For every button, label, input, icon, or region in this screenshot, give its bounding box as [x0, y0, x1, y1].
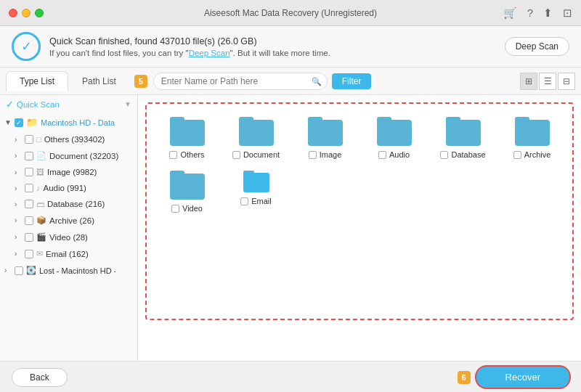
image-checkbox[interactable] [25, 168, 33, 176]
quick-scan-label: Quick Scan [17, 100, 60, 109]
lost-arrow-icon: › [4, 266, 12, 274]
others-label: Others (393402) [44, 135, 105, 144]
document-label: Document (32203) [49, 152, 118, 160]
sidebar-item-database[interactable]: › 🗃 Database (216) [0, 196, 137, 212]
main-content: ✓ Quick Scan ▼ ▼ ✓ 📁 Macintosh HD - Data… [0, 95, 581, 361]
sidebar-item-email[interactable]: › ✉ Email (162) [0, 245, 137, 262]
grid-item-archive[interactable]: Archive [497, 110, 566, 163]
sidebar: ✓ Quick Scan ▼ ▼ ✓ 📁 Macintosh HD - Data… [0, 95, 138, 361]
quick-scan-check-icon: ✓ [6, 99, 14, 110]
db-checkbox[interactable] [25, 200, 33, 208]
email-checkbox[interactable] [25, 250, 33, 258]
video-item-checkbox[interactable] [171, 205, 179, 213]
sidebar-item-lost[interactable]: › 💽 Lost - Macintosh HD - Data (0 [0, 262, 137, 279]
detail-view-button[interactable]: ⊟ [558, 73, 575, 90]
email-folder-graphic [243, 171, 269, 192]
archive-item-label: Archive [524, 150, 551, 159]
search-icon: 🔍 [312, 76, 322, 86]
others-folder-icon: □ [36, 135, 41, 144]
audio-label-row: Audio [378, 150, 410, 159]
image-icon: 🖼 [36, 168, 44, 176]
doc-checkbox[interactable] [25, 152, 33, 160]
share-icon[interactable]: ⬆ [543, 7, 553, 20]
root-item-label: Macintosh HD - Data (437010 [41, 118, 117, 127]
grid-item-video[interactable]: Video [153, 163, 222, 217]
bottom-bar: Back 6 Recover [0, 361, 581, 392]
cart-icon[interactable]: 🛒 [503, 7, 517, 20]
scan-result-message: Quick Scan finished, found 437010 file(s… [49, 36, 496, 46]
quick-scan-item[interactable]: ✓ Quick Scan ▼ [0, 95, 137, 113]
sidebar-item-audio[interactable]: › ♪ Audio (991) [0, 180, 137, 196]
audio-label: Audio (991) [44, 184, 86, 192]
email-item-label: Email [251, 197, 272, 205]
header-bar: ✓ Quick Scan finished, found 437010 file… [0, 26, 581, 68]
root-checkbox[interactable]: ✓ [15, 118, 23, 127]
minimize-button[interactable] [22, 9, 31, 17]
database-label: Database (216) [47, 200, 105, 208]
db-icon: 🗃 [36, 200, 44, 208]
audio-arrow-icon: › [15, 184, 22, 192]
sidebar-item-image[interactable]: › 🖼 Image (9982) [0, 164, 137, 180]
header-text: Quick Scan finished, found 437010 file(s… [49, 36, 496, 57]
bell-icon[interactable]: ? [527, 7, 533, 19]
sidebar-item-others[interactable]: › □ Others (393402) [0, 131, 137, 147]
image-label: Image (9982) [47, 168, 97, 176]
video-arrow-icon: › [15, 233, 22, 241]
others-item-checkbox[interactable] [169, 151, 177, 159]
others-checkbox[interactable] [25, 135, 33, 144]
search-input[interactable] [153, 73, 328, 90]
recover-button[interactable]: Recover [476, 367, 569, 388]
email-item-checkbox[interactable] [240, 197, 248, 205]
back-button[interactable]: Back [12, 368, 68, 387]
filter-button[interactable]: Filter [332, 73, 372, 89]
audio-checkbox[interactable] [25, 184, 33, 192]
doc-icon: 📄 [36, 151, 46, 160]
close-button[interactable] [9, 9, 17, 17]
lost-checkbox[interactable] [15, 266, 23, 275]
archive-folder-graphic [515, 117, 550, 146]
grid-view-button[interactable]: ⊞ [520, 73, 537, 90]
archive-label-row: Archive [513, 150, 551, 159]
video-checkbox[interactable] [25, 233, 33, 242]
tab-path-list[interactable]: Path List [68, 71, 130, 91]
step-badge-5: 5 [134, 75, 147, 88]
others-label-row: Others [169, 150, 204, 159]
lost-label: Lost - Macintosh HD - Data (0 [39, 266, 115, 275]
tab-type-list[interactable]: Type List [6, 71, 68, 91]
document-item-checkbox[interactable] [232, 151, 240, 159]
search-input-wrap: 🔍 [153, 73, 328, 90]
email-icon: ✉ [36, 249, 43, 258]
grid-item-audio[interactable]: Audio [359, 110, 428, 163]
traffic-lights [9, 9, 44, 17]
maximize-button[interactable] [35, 9, 44, 17]
quick-scan-expand-icon: ▼ [124, 100, 131, 108]
grid-item-document[interactable]: Document [222, 110, 290, 163]
video-item-label: Video [182, 204, 203, 213]
archive-item-checkbox[interactable] [513, 151, 521, 159]
video-label: Video (28) [49, 233, 88, 242]
sidebar-item-archive[interactable]: › 📦 Archive (26) [0, 212, 137, 229]
sidebar-root-item[interactable]: ▼ ✓ 📁 Macintosh HD - Data (437010 [0, 113, 137, 131]
grid-row-2: Video Email [153, 163, 566, 217]
archive-icon: 📦 [36, 216, 46, 225]
deep-scan-button[interactable]: Deep Scan [505, 37, 569, 56]
deep-scan-hint: If you can't find lost files, you can tr… [49, 49, 496, 57]
archive-arrow-icon: › [15, 216, 22, 224]
resize-icon[interactable]: ⊡ [563, 7, 572, 20]
video-label-row: Video [171, 204, 203, 213]
grid-item-others[interactable]: Others [153, 110, 222, 163]
database-item-checkbox[interactable] [440, 151, 448, 159]
grid-item-email[interactable]: Email [222, 163, 290, 217]
email-label-row: Email [240, 197, 272, 205]
grid-item-database[interactable]: Database [428, 110, 497, 163]
sidebar-item-video[interactable]: › 🎬 Video (28) [0, 229, 137, 245]
archive-checkbox[interactable] [25, 216, 33, 225]
grid-item-image[interactable]: Image [290, 110, 359, 163]
image-item-checkbox[interactable] [309, 151, 317, 159]
audio-item-checkbox[interactable] [378, 151, 386, 159]
deep-scan-link[interactable]: Deep Scan [189, 49, 230, 57]
sidebar-item-document[interactable]: › 📄 Document (32203) [0, 147, 137, 164]
list-view-button[interactable]: ☰ [539, 73, 556, 90]
email-label: Email (162) [46, 250, 89, 258]
app-title: Aiseesoft Mac Data Recovery (Unregistere… [204, 8, 377, 18]
